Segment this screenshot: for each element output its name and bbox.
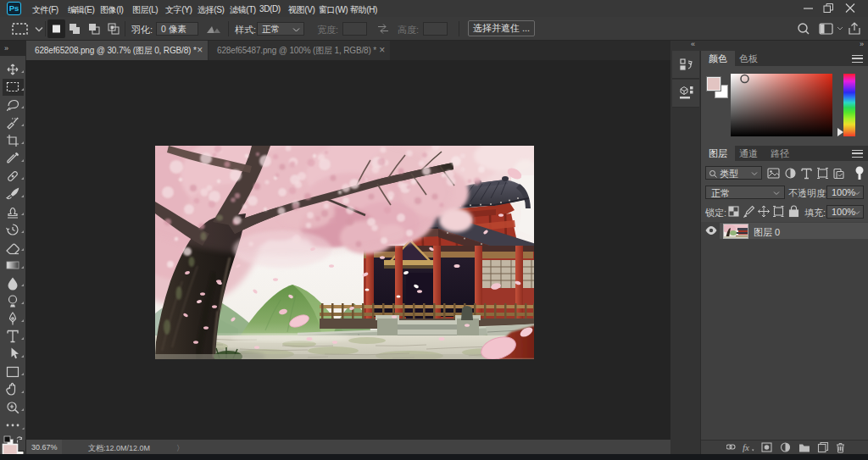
svg-text:fx: fx xyxy=(743,442,749,452)
